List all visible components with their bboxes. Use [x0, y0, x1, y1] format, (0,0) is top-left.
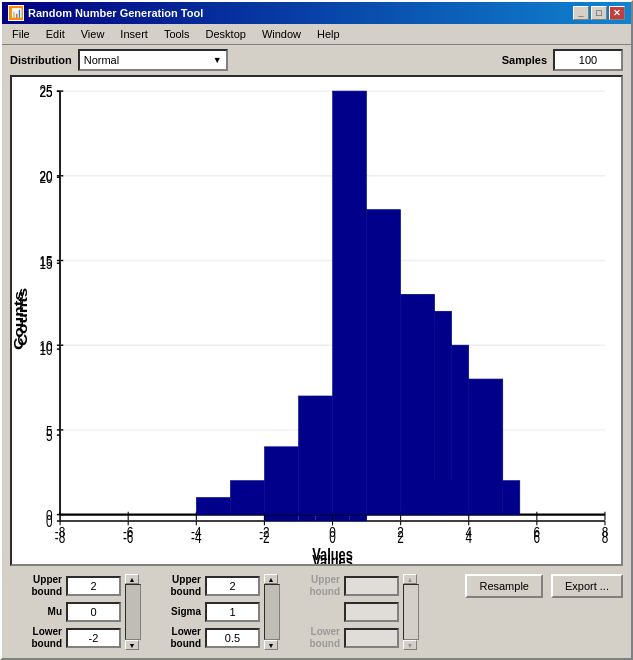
- spin-up-3: ▲: [403, 574, 417, 584]
- spinner-2: ▲ ▼: [264, 574, 280, 650]
- svg-text:-6: -6: [123, 524, 134, 541]
- svg-text:0: 0: [329, 524, 336, 541]
- lower-bound-label-1: Lowerbound: [10, 626, 62, 650]
- menu-view[interactable]: View: [75, 26, 111, 42]
- lower-bound-label-2: Lowerbound: [149, 626, 201, 650]
- lower-bound-row-3: Lowerbound: [288, 626, 399, 650]
- param-group-1: Upperbound Mu Lowerbound ▲: [10, 574, 141, 650]
- samples-input[interactable]: [553, 49, 623, 71]
- svg-text:-8: -8: [55, 524, 66, 541]
- param-group-3: Upperhound Lowerbound ▲: [288, 574, 419, 650]
- menu-edit[interactable]: Edit: [40, 26, 71, 42]
- svg-text:Values: Values: [312, 544, 353, 563]
- samples-label: Samples: [502, 54, 547, 66]
- svg-rect-83: [264, 447, 298, 515]
- param-inputs-1: Upperbound Mu Lowerbound: [10, 574, 121, 650]
- svg-text:4: 4: [465, 524, 472, 541]
- minimize-button[interactable]: _: [573, 6, 589, 20]
- lower-bound-row-2: Lowerbound: [149, 626, 260, 650]
- svg-rect-89: [452, 345, 469, 514]
- upper-bound-label-1: Upperbound: [10, 574, 62, 598]
- upper-bound-label-2: Upperbound: [149, 574, 201, 598]
- svg-text:8: 8: [602, 524, 609, 541]
- dropdown-arrow-icon: ▼: [213, 55, 222, 65]
- chart-area: 0 5 10 15 20 25 -8: [10, 75, 623, 566]
- menu-file[interactable]: File: [6, 26, 36, 42]
- main-content: Distribution Normal ▼ Samples: [2, 45, 631, 658]
- svg-text:10: 10: [40, 337, 53, 354]
- upper-bound-input-1[interactable]: [66, 576, 121, 596]
- title-bar-left: 📊 Random Number Generation Tool: [8, 5, 203, 21]
- scroll-track-1[interactable]: [125, 584, 141, 640]
- svg-rect-84: [298, 396, 332, 515]
- distribution-group: Distribution Normal ▼: [10, 49, 228, 71]
- upper-bound-input-2[interactable]: [205, 576, 260, 596]
- maximize-button[interactable]: □: [591, 6, 607, 20]
- menu-window[interactable]: Window: [256, 26, 307, 42]
- sigma-input[interactable]: [205, 602, 260, 622]
- action-area: Resample Export ...: [427, 574, 623, 598]
- lower-bound-input-1[interactable]: [66, 628, 121, 648]
- upper-bound-input-3: [344, 576, 399, 596]
- svg-rect-85: [333, 91, 367, 514]
- menu-insert[interactable]: Insert: [114, 26, 154, 42]
- lower-bound-label-3: Lowerbound: [288, 626, 340, 650]
- svg-text:15: 15: [40, 253, 53, 270]
- window-title: Random Number Generation Tool: [28, 7, 203, 19]
- lower-bound-row-1: Lowerbound: [10, 626, 121, 650]
- spin-down-3: ▼: [403, 640, 417, 650]
- menu-desktop[interactable]: Desktop: [200, 26, 252, 42]
- spin-up-2[interactable]: ▲: [264, 574, 278, 584]
- svg-rect-82: [230, 481, 264, 515]
- svg-text:5: 5: [46, 422, 53, 439]
- top-controls: Distribution Normal ▼ Samples: [10, 49, 623, 71]
- resample-button[interactable]: Resample: [465, 574, 543, 598]
- empty-row: [288, 602, 399, 622]
- svg-rect-86: [367, 210, 401, 515]
- title-bar: 📊 Random Number Generation Tool _ □ ✕: [2, 2, 631, 24]
- upper-bound-row-2: Upperbound: [149, 574, 260, 598]
- svg-text:0: 0: [46, 507, 53, 524]
- action-buttons: Resample Export ...: [465, 574, 623, 598]
- svg-text:2: 2: [397, 524, 404, 541]
- svg-text:6: 6: [534, 524, 541, 541]
- menubar: File Edit View Insert Tools Desktop Wind…: [2, 24, 631, 45]
- mu-row: Mu: [10, 602, 121, 622]
- upper-bound-label-3: Upperhound: [288, 574, 340, 598]
- sigma-row: Sigma: [149, 602, 260, 622]
- spin-up-1[interactable]: ▲: [125, 574, 139, 584]
- histogram-overlay: 0 5 10 15 20 25 -8 -6 -4 -2: [12, 77, 621, 564]
- scroll-track-2[interactable]: [264, 584, 280, 640]
- mu-input[interactable]: [66, 602, 121, 622]
- lower-bound-input-2[interactable]: [205, 628, 260, 648]
- upper-bound-row-1: Upperbound: [10, 574, 121, 598]
- svg-rect-90: [469, 379, 503, 515]
- param-group-2: Upperbound Sigma Lowerbound ▲: [149, 574, 280, 650]
- svg-rect-87: [401, 294, 435, 514]
- lower-bound-input-3: [344, 628, 399, 648]
- title-buttons: _ □ ✕: [573, 6, 625, 20]
- main-window: 📊 Random Number Generation Tool _ □ ✕ Fi…: [0, 0, 633, 660]
- close-button[interactable]: ✕: [609, 6, 625, 20]
- samples-group: Samples: [502, 49, 623, 71]
- param-inputs-3: Upperhound Lowerbound: [288, 574, 399, 650]
- distribution-dropdown[interactable]: Normal ▼: [78, 49, 228, 71]
- spin-down-2[interactable]: ▼: [264, 640, 278, 650]
- sigma-label: Sigma: [149, 606, 201, 618]
- param-inputs-2: Upperbound Sigma Lowerbound: [149, 574, 260, 650]
- scroll-track-3: [403, 584, 419, 640]
- svg-rect-91: [435, 481, 452, 515]
- spinner-1: ▲ ▼: [125, 574, 141, 650]
- menu-tools[interactable]: Tools: [158, 26, 196, 42]
- menu-help[interactable]: Help: [311, 26, 346, 42]
- spinner-3: ▲ ▼: [403, 574, 419, 650]
- mu-label: Mu: [10, 606, 62, 618]
- spin-down-1[interactable]: ▼: [125, 640, 139, 650]
- svg-rect-92: [503, 481, 520, 515]
- svg-text:-4: -4: [191, 524, 202, 541]
- export-button[interactable]: Export ...: [551, 574, 623, 598]
- svg-rect-81: [196, 498, 230, 515]
- svg-text:Counts: Counts: [15, 288, 30, 346]
- app-icon: 📊: [8, 5, 24, 21]
- upper-bound-row-3: Upperhound: [288, 574, 399, 598]
